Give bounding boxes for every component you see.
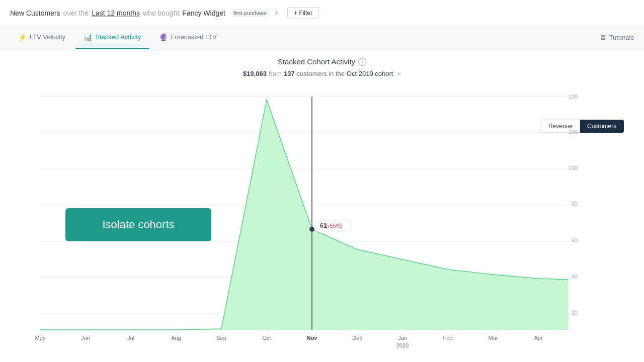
tab-stacked-activity-label: Stacked Activity <box>95 33 141 41</box>
tab-forecasted-ltv[interactable]: 🔮 Forecasted LTV <box>151 26 225 49</box>
filter-button[interactable]: + Filter <box>287 7 319 19</box>
cursor-dot <box>309 227 314 232</box>
last-12-months[interactable]: Last 12 months <box>92 9 140 17</box>
x-label-feb: Feb <box>443 335 453 341</box>
tab-ltv-velocity[interactable]: ⚡ LTV Velocity <box>10 26 73 49</box>
subtitle-amount: $19,063 <box>243 70 267 77</box>
x-label-jul: Jul <box>127 335 134 341</box>
svg-text:80: 80 <box>572 201 578 207</box>
tab-bar: ⚡ LTV Velocity 📊 Stacked Activity 🔮 Fore… <box>0 26 644 49</box>
svg-text:40: 40 <box>572 274 578 280</box>
x-label-jan: Jan <box>398 335 407 341</box>
tab-forecasted-ltv-label: Forecasted LTV <box>171 33 217 41</box>
new-customers-label: New Customers <box>10 9 60 17</box>
first-purchase-badge: first purchase <box>230 9 270 17</box>
info-icon[interactable]: i <box>358 58 366 66</box>
svg-text:60: 60 <box>572 237 578 243</box>
x-label-may: May <box>35 335 46 341</box>
stacked-activity-icon: 📊 <box>84 33 92 41</box>
chart-svg-container: 100 100 100 80 60 40 20 <box>0 83 644 352</box>
subtitle-cohort: Oct 2019 cohort <box>347 70 393 77</box>
x-label-dec: Dec <box>352 335 362 341</box>
tooltip-percent: (-55%) <box>326 223 343 229</box>
svg-text:20: 20 <box>572 310 578 316</box>
header-bar: New Customers over the Last 12 months wh… <box>0 0 644 26</box>
tutorials-button[interactable]: 🖥 Tutorials <box>600 34 634 41</box>
x-label-jun: Jun <box>81 335 90 341</box>
x-label-nov: Nov <box>307 335 318 341</box>
tab-stacked-activity[interactable]: 📊 Stacked Activity <box>75 26 149 49</box>
tutorials-icon: 🖥 <box>600 34 606 41</box>
svg-text:100: 100 <box>569 165 578 171</box>
first-purchase-close[interactable]: × <box>275 10 278 17</box>
chart-title: Stacked Cohort Activity i <box>0 57 644 66</box>
chart-area: Stacked Cohort Activity i $19,063 from 1… <box>0 49 644 352</box>
x-label-sep: Sep <box>216 335 226 341</box>
fancy-widget-label: Fancy Widget <box>182 9 225 17</box>
subtitle-from: from <box>269 70 282 77</box>
who-bought-label: who bought <box>143 9 179 17</box>
subtitle-customers-in-the: customers in the <box>297 70 345 77</box>
svg-text:100: 100 <box>569 129 578 135</box>
isolate-cohorts-button[interactable]: Isolate cohorts <box>65 208 211 241</box>
chart-subtitle: $19,063 from 137 customers in the Oct 20… <box>0 70 644 77</box>
x-label-mar: Mar <box>489 335 498 341</box>
year-label: 2020 <box>396 342 409 348</box>
ltv-velocity-icon: ⚡ <box>18 33 27 41</box>
x-label-oct: Oct <box>262 335 271 341</box>
tab-ltv-velocity-label: LTV Velocity <box>30 33 65 41</box>
tutorials-label: Tutorials <box>609 34 634 41</box>
forecasted-ltv-icon: 🔮 <box>159 33 168 41</box>
x-label-aug: Aug <box>171 335 181 341</box>
over-the-label: over the <box>63 9 89 17</box>
subtitle-count: 137 <box>284 70 295 77</box>
x-label-apr: Apr <box>534 335 542 341</box>
cohort-close[interactable]: × <box>397 70 401 77</box>
